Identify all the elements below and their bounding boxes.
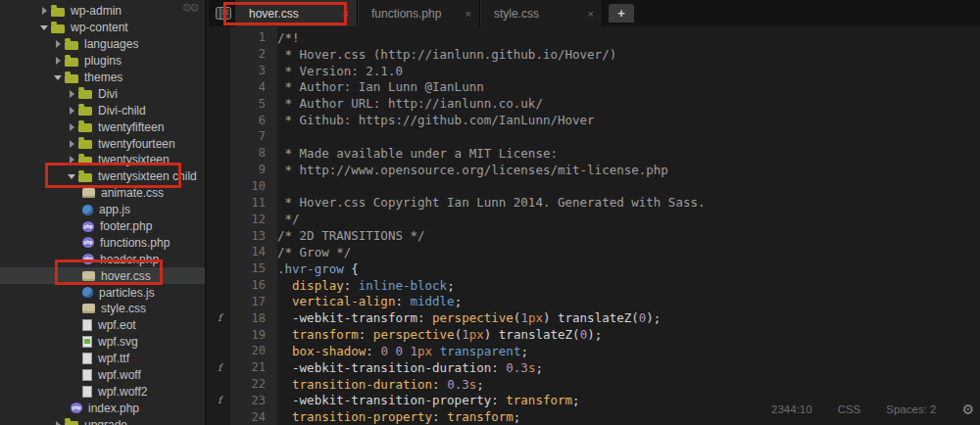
code-line[interactable]: 14/* Grow */ — [209, 244, 980, 260]
code-line[interactable]: 8 * Made available under a MIT License: — [209, 145, 980, 162]
line-number: 21 — [230, 360, 277, 374]
code-line[interactable]: 4 * Author: Ian Lunn @IanLunn — [209, 79, 980, 96]
line-number: 19 — [230, 328, 277, 342]
folder-icon — [65, 421, 78, 425]
sidebar-settings-icon[interactable]: ⚙⚙ — [181, 1, 197, 15]
tree-item-label: style.css — [101, 302, 146, 315]
code-text: display: inline-block; — [277, 278, 980, 293]
chevron-right-icon[interactable] — [65, 107, 78, 115]
tree-file-functions-php[interactable]: phpfunctions.php — [0, 234, 205, 251]
close-icon[interactable]: × — [466, 8, 471, 20]
chevron-right-icon[interactable] — [51, 57, 65, 65]
code-line[interactable]: 22 transition-duration: 0.3s; — [209, 376, 980, 393]
tab-style-css[interactable]: style.css× — [480, 0, 603, 26]
line-number: 18 — [230, 311, 277, 325]
tree-folder-divi[interactable]: Divi — [0, 85, 205, 102]
syntax-mode[interactable]: CSS — [838, 403, 861, 415]
folder-icon — [51, 8, 65, 17]
code-editor-pane[interactable]: 1/*!2 * Hover.css (http://ianlunn.github… — [209, 26, 980, 425]
code-line[interactable]: 16 display: inline-block; — [209, 277, 980, 294]
tree-folder-wp-admin[interactable]: wp-admin — [0, 3, 205, 20]
tree-folder-languages[interactable]: languages — [0, 36, 205, 53]
tree-item-label: footer.php — [100, 219, 152, 233]
code-line[interactable]: f21 -webkit-transition-duration: 0.3s; — [209, 359, 980, 376]
tree-file-index-php[interactable]: phpindex.php — [0, 400, 205, 416]
new-tab-button[interactable]: + — [609, 4, 634, 23]
code-text: * Version: 2.1.0 — [277, 64, 980, 78]
tree-file-style-css[interactable]: style.css — [0, 301, 205, 317]
line-number: 24 — [230, 410, 277, 424]
chevron-down-icon[interactable] — [37, 25, 51, 30]
tree-item-label: Divi-child — [98, 104, 146, 118]
code-line[interactable]: 2 * Hover.css (http://ianlunn.github.io/… — [209, 46, 980, 63]
chevron-right-icon[interactable] — [51, 40, 65, 48]
line-number: 17 — [230, 295, 277, 308]
line-number: 8 — [230, 146, 277, 160]
code-line[interactable]: 15.hvr-grow { — [209, 260, 980, 277]
code-text: box-shadow: 0 0 1px transparent; — [277, 344, 980, 358]
code-line[interactable]: 13/* 2D TRANSITIONS */ — [209, 227, 980, 244]
line-number: 11 — [230, 196, 277, 210]
code-line[interactable]: 11 * Hover.css Copyright Ian Lunn 2014. … — [209, 194, 980, 211]
code-line[interactable]: 6 * Github: https://github.com/IanLunn/H… — [209, 112, 980, 128]
chevron-right-icon[interactable] — [65, 140, 78, 148]
tree-file-particles-js[interactable]: particles.js — [0, 284, 205, 301]
code-line[interactable]: 10 — [209, 178, 980, 195]
tree-file-wpf-woff[interactable]: wpf.woff — [0, 367, 205, 384]
gutter-fold-mark: f — [209, 395, 230, 405]
tree-folder-divi-child[interactable]: Divi-child — [0, 102, 205, 118]
tab-functions-php[interactable]: functions.php× — [358, 0, 480, 26]
tree-item-label: Divi — [98, 87, 118, 101]
code-text: -webkit-transition-duration: 0.3s; — [277, 360, 980, 375]
code-text: * Author URL: http://ianlunn.co.uk/ — [277, 96, 980, 111]
tree-item-label: app.js — [99, 203, 130, 216]
code-text: -webkit-transform: perspective(1px) tran… — [277, 310, 980, 325]
tree-folder-twentyfourteen[interactable]: twentyfourteen — [0, 135, 205, 152]
chevron-down-icon[interactable] — [51, 75, 65, 80]
code-text: vertical-align: middle; — [277, 294, 980, 308]
status-gear-icon[interactable]: ⚙ — [961, 401, 974, 417]
code-line[interactable]: 1/*! — [209, 29, 980, 46]
code-line[interactable]: 20 box-shadow: 0 0 1px transparent; — [209, 343, 980, 359]
tree-folder-themes[interactable]: themes — [0, 70, 205, 86]
tree-folder-plugins[interactable]: plugins — [0, 53, 205, 70]
gutter-fold-mark: f — [209, 312, 230, 323]
code-line[interactable]: 17 vertical-align: middle; — [209, 294, 980, 310]
tree-file-footer-php[interactable]: phpfooter.php — [0, 218, 205, 235]
folder-icon — [51, 24, 65, 33]
tree-item-label: twentyfourteen — [98, 137, 175, 151]
tree-item-label: languages — [84, 37, 138, 51]
close-icon[interactable]: × — [588, 8, 594, 20]
chevron-right-icon[interactable] — [37, 7, 51, 15]
tree-file-wpf-svg[interactable]: wpf.svg — [0, 334, 205, 351]
tree-file-wpf-woff2[interactable]: wpf.woff2 — [0, 383, 205, 400]
chevron-right-icon[interactable] — [51, 421, 65, 425]
code-line[interactable]: f18 -webkit-transform: perspective(1px) … — [209, 309, 980, 326]
code-line[interactable]: 9 * http://www.opensource.org/licenses/m… — [209, 162, 980, 178]
tree-file-app-js[interactable]: app.js — [0, 202, 205, 218]
css-file-icon — [82, 304, 95, 313]
tree-folder-upgrade[interactable]: upgrade — [0, 416, 205, 425]
tree-folder-twentyfifteen[interactable]: twentyfifteen — [0, 118, 205, 135]
tree-item-label: animate.css — [101, 186, 164, 200]
chevron-right-icon[interactable] — [65, 90, 78, 98]
tree-folder-wp-content[interactable]: wp-content — [0, 20, 205, 36]
tree-file-wpf-eot[interactable]: wpf.eot — [0, 317, 205, 334]
tree-file-wpf-ttf[interactable]: wpf.ttf — [0, 351, 205, 367]
indentation-setting[interactable]: Spaces: 2 — [886, 403, 936, 415]
tree-item-label: wpf.woff2 — [98, 385, 147, 399]
chevron-right-icon[interactable] — [65, 123, 78, 131]
code-text: * Hover.css (http://ianlunn.github.io/Ho… — [277, 47, 980, 62]
folder-icon — [78, 90, 92, 99]
code-line[interactable]: 5 * Author URL: http://ianlunn.co.uk/ — [209, 95, 980, 112]
line-number: 9 — [230, 163, 277, 176]
tab-label: style.css — [494, 7, 539, 21]
file-file-icon — [82, 369, 92, 381]
code-line[interactable]: 7 — [209, 128, 980, 145]
code-line[interactable]: 3 * Version: 2.1.0 — [209, 63, 980, 79]
file-file-icon — [82, 386, 92, 398]
line-number: 7 — [230, 129, 277, 143]
code-line[interactable]: 19 transform: perspective(1px) translate… — [209, 326, 980, 343]
tab-label: functions.php — [371, 7, 441, 21]
code-line[interactable]: 12 */ — [209, 211, 980, 227]
